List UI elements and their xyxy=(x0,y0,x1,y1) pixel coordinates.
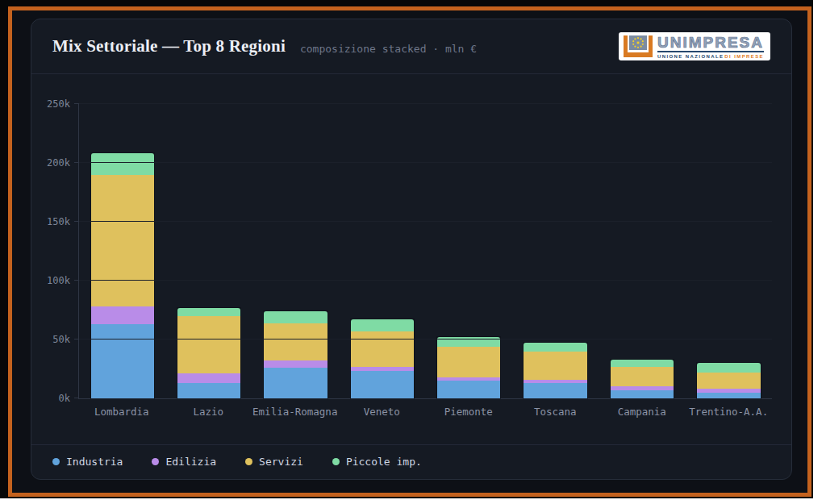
gridline xyxy=(79,162,772,163)
bar-segment-industria xyxy=(177,383,240,398)
plot-area xyxy=(78,104,772,399)
legend-item-edilizia: Edilizia xyxy=(152,456,216,468)
legend-label: Industria xyxy=(66,456,123,468)
x-axis-label: Emilia-Romagna xyxy=(252,406,339,418)
bar-segment-piccole-imp- xyxy=(177,308,240,316)
stacked-bar xyxy=(524,343,586,398)
bar-segment-servizi xyxy=(437,347,500,377)
logo-tagline-left: UNIONE NAZIONALE xyxy=(657,54,724,59)
bar-column-trentino-a-a- xyxy=(686,104,772,398)
bar-segment-industria xyxy=(264,368,327,398)
eu-flag-u-mark-icon xyxy=(624,35,653,57)
legend-label: Edilizia xyxy=(165,456,216,468)
bar-segment-industria xyxy=(611,390,674,398)
legend-dot-icon xyxy=(332,458,340,465)
chart-card: Mix Settoriale — Top 8 Regioni composizi… xyxy=(31,19,792,480)
gridline xyxy=(79,103,772,104)
bar-column-lombardia xyxy=(79,104,165,398)
bar-column-toscana xyxy=(512,104,599,398)
x-axis-labels: LombardiaLazioEmilia-RomagnaVenetoPiemon… xyxy=(78,406,772,418)
x-axis-label: Lazio xyxy=(165,406,252,418)
stacked-bar xyxy=(351,319,414,398)
bar-segment-servizi xyxy=(524,352,586,380)
logo-tagline-right: DI IMPRESE xyxy=(724,54,764,59)
gridline xyxy=(79,221,772,222)
orange-frame: Mix Settoriale — Top 8 Regioni composizi… xyxy=(8,6,811,497)
x-axis-label: Lombardia xyxy=(78,406,165,418)
bar-segment-piccole-imp- xyxy=(697,363,760,373)
y-tick-label: 50k xyxy=(52,334,70,345)
gridline xyxy=(79,280,772,281)
bar-segment-edilizia xyxy=(91,306,154,324)
chart-body: 0k50k100k150k200k250k xyxy=(31,74,791,399)
x-axis-label: Toscana xyxy=(512,406,599,418)
bar-segment-servizi xyxy=(91,175,154,307)
bar-segment-industria xyxy=(524,383,586,398)
bar-segment-servizi xyxy=(264,323,327,361)
bar-segment-industria xyxy=(697,393,760,398)
bar-segment-piccole-imp- xyxy=(91,153,154,174)
gridline xyxy=(79,339,772,339)
x-axis-label: Trentino-A.A. xyxy=(686,406,773,418)
legend-dot-icon xyxy=(245,458,252,465)
chart-subtitle: composizione stacked · mln € xyxy=(300,39,477,55)
y-tick-label: 150k xyxy=(47,216,70,227)
bar-segment-servizi xyxy=(177,316,240,374)
bar-segment-piccole-imp- xyxy=(351,319,414,331)
card-header: Mix Settoriale — Top 8 Regioni composizi… xyxy=(31,19,791,74)
stacked-bar xyxy=(91,153,154,398)
unimpresa-logo: UNIMPRESA UNIONE NAZIONALE DI IMPRESE xyxy=(619,32,770,60)
stacked-bar xyxy=(697,363,760,398)
legend-item-industria: Industria xyxy=(52,456,123,468)
bar-column-veneto xyxy=(339,104,425,398)
bar-segment-industria xyxy=(437,381,500,398)
bar-segment-servizi xyxy=(611,367,674,387)
bar-segment-industria xyxy=(351,371,414,398)
bar-segment-servizi xyxy=(697,373,760,389)
x-axis-label: Campania xyxy=(599,406,686,418)
bar-column-piemonte xyxy=(426,104,512,398)
bar-segment-piccole-imp- xyxy=(524,343,586,351)
y-tick-mark xyxy=(74,398,79,398)
y-tick-label: 200k xyxy=(47,157,70,169)
bar-segment-edilizia xyxy=(177,373,240,383)
legend: IndustriaEdiliziaServiziPiccole imp. xyxy=(31,444,791,479)
legend-dot-icon xyxy=(152,458,159,465)
x-axis-label: Veneto xyxy=(339,406,426,418)
bars-layer xyxy=(79,104,772,398)
legend-label: Piccole imp. xyxy=(346,456,422,468)
legend-item-servizi: Servizi xyxy=(245,456,303,468)
stacked-bar xyxy=(611,360,674,398)
y-tick-label: 0k xyxy=(59,393,70,404)
stacked-bar xyxy=(437,337,500,398)
bar-column-campania xyxy=(599,104,685,398)
bar-segment-servizi xyxy=(351,331,414,367)
page-title: Mix Settoriale — Top 8 Regioni xyxy=(52,36,286,56)
bar-segment-industria xyxy=(91,324,154,398)
y-tick-label: 100k xyxy=(47,275,70,286)
y-axis-labels: 0k50k100k150k200k250k xyxy=(31,104,78,398)
stacked-bar xyxy=(177,308,240,398)
bar-segment-piccole-imp- xyxy=(611,360,674,367)
legend-dot-icon xyxy=(52,458,60,465)
x-axis-label: Piemonte xyxy=(425,406,512,418)
legend-item-piccole-imp-: Piccole imp. xyxy=(332,456,422,468)
logo-wordmark: UNIMPRESA xyxy=(657,35,764,52)
bar-column-emilia-romagna xyxy=(252,104,339,398)
stacked-bar xyxy=(264,311,327,398)
logo-tagline: UNIONE NAZIONALE DI IMPRESE xyxy=(657,54,764,59)
y-tick-label: 250k xyxy=(47,98,70,110)
bar-segment-edilizia xyxy=(264,360,327,368)
bar-segment-piccole-imp- xyxy=(264,311,327,323)
bar-column-lazio xyxy=(165,104,252,398)
legend-label: Servizi xyxy=(259,456,303,468)
logo-text: UNIMPRESA UNIONE NAZIONALE DI IMPRESE xyxy=(657,35,764,59)
